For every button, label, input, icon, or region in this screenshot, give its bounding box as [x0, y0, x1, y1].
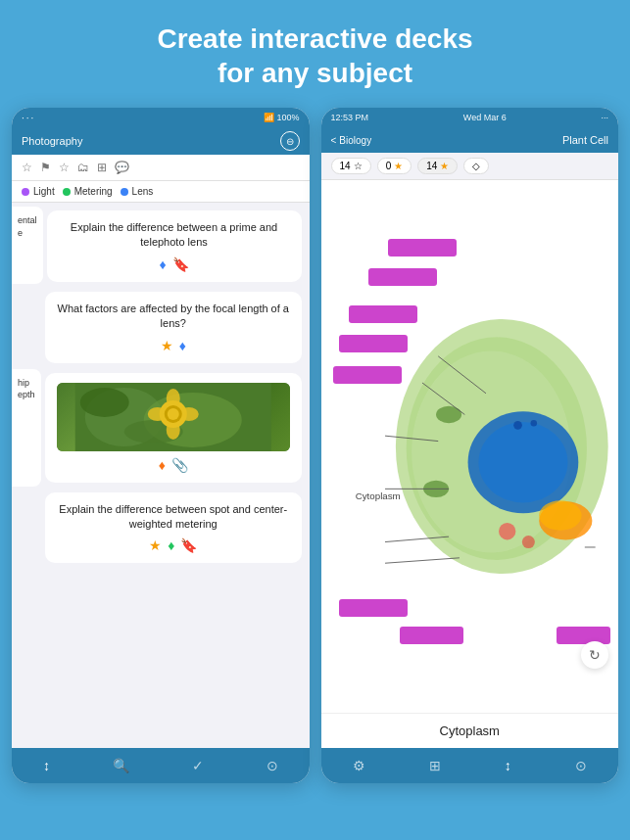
left-tab-bar: ↕ 🔍 ✓ ⊙: [12, 748, 310, 783]
right-tab-bar: ⚙ ⊞ ↕ ⊙: [321, 748, 619, 783]
score-star-empty-icon: ☆: [354, 161, 363, 171]
right-tab-sort[interactable]: ↕: [505, 758, 511, 773]
card-prime-lens[interactable]: Explain the difference between a prime a…: [47, 210, 302, 282]
cell-footer: Cytoplasm: [321, 713, 619, 748]
shuffle-icon: ↕: [43, 758, 50, 773]
left-tab-check[interactable]: ✓: [192, 758, 204, 773]
score-all-value: 14: [426, 161, 437, 171]
svg-point-23: [436, 406, 461, 423]
left-nav-circle-btn[interactable]: ⊖: [280, 131, 300, 151]
card-focal-length-text: What factors are affected by the focal l…: [57, 302, 290, 332]
card-metering-text: Explain the difference between spot and …: [57, 502, 290, 533]
svg-point-22: [521, 536, 534, 548]
right-tab-settings[interactable]: ⚙: [353, 758, 365, 773]
card-image-icons: ♦ 📎: [57, 457, 290, 473]
left-wifi-icon: 📶 100%: [264, 113, 300, 122]
left-tab-shuffle[interactable]: ↕: [43, 758, 50, 773]
left-signal-dots: ···: [22, 113, 35, 123]
card-paperclip-icon: 📎: [171, 457, 188, 473]
right-status-bar: 12:53 PM Wed Mar 6 ···: [321, 108, 619, 127]
right-back-btn[interactable]: < Biology: [331, 135, 372, 146]
card-green-diamond-icon: ♦: [168, 537, 174, 553]
svg-point-11: [168, 408, 179, 420]
card-bookmark2-icon: 🔖: [180, 537, 197, 553]
svg-text:Cytoplasm: Cytoplasm: [355, 490, 400, 501]
card-focal-length[interactable]: What factors are affected by the focal l…: [45, 292, 302, 363]
toolbar-chat-icon[interactable]: 💬: [115, 161, 129, 174]
tag-light-label: Light: [33, 186, 55, 197]
right-more-icon: ⊙: [575, 758, 587, 773]
card-image[interactable]: ♦ 📎: [45, 373, 302, 483]
card-focal-length-icons: ★ ♦: [57, 338, 290, 353]
svg-point-16: [478, 422, 567, 502]
tag-light-dot: [22, 188, 29, 196]
left-toolbar: ☆ ⚑ ☆ 🗂 ⊞ 💬: [12, 155, 310, 181]
left-nav-title: Photography: [22, 135, 82, 147]
score-all[interactable]: 14 ★: [417, 158, 458, 174]
label-box-4: [339, 335, 408, 352]
svg-point-3: [80, 388, 129, 417]
card-metering[interactable]: Explain the difference between spot and …: [45, 492, 302, 564]
tag-lens-label: Lens: [132, 186, 154, 197]
card-prime-lens-icons: ♦ 🔖: [59, 257, 290, 272]
label-box-3: [349, 305, 417, 323]
partial-card-2: hipepth: [12, 369, 41, 487]
right-nav-bar: < Biology Plant Cell: [321, 127, 619, 153]
refresh-button[interactable]: ↻: [581, 641, 608, 669]
search-icon: 🔍: [113, 758, 129, 773]
label-box-6: [339, 599, 408, 617]
card-bookmark-icon: 🔖: [172, 257, 189, 272]
check-icon: ✓: [192, 758, 204, 773]
svg-point-21: [499, 523, 515, 539]
label-box-5: [333, 366, 402, 384]
label-box-2: [368, 268, 437, 286]
right-date: Wed Mar 6: [463, 113, 507, 122]
toolbar-star-icon[interactable]: ☆: [22, 161, 32, 174]
tag-lens[interactable]: Lens: [121, 186, 154, 197]
score-bar: 14 ☆ 0 ★ 14 ★ ◇: [321, 153, 619, 180]
right-time: 12:53 PM: [331, 113, 369, 122]
score-star2-icon: ★: [440, 161, 449, 171]
cell-footer-text: Cytoplasm: [440, 723, 500, 738]
score-star-icon: ★: [394, 161, 403, 171]
tag-metering-label: Metering: [74, 186, 113, 197]
left-nav-bar: Photography ⊖: [12, 127, 310, 155]
score-diamond[interactable]: ◇: [463, 158, 489, 174]
right-back-label: Biology: [339, 135, 371, 146]
right-tab-more[interactable]: ⊙: [575, 758, 587, 773]
card-diamond2-icon: ♦: [179, 338, 186, 353]
score-zero-value: 0: [386, 161, 392, 171]
sort-icon: ↕: [505, 758, 511, 773]
partial-card-1: entale: [12, 207, 43, 284]
svg-line-28: [385, 558, 460, 563]
left-tab-more[interactable]: ⊙: [267, 758, 278, 773]
score-unrated[interactable]: 14 ☆: [331, 158, 371, 174]
toolbar-flag-icon[interactable]: ⚑: [40, 161, 51, 174]
filter-tags-bar: Light Metering Lens: [12, 181, 310, 203]
right-tab-grid[interactable]: ⊞: [429, 758, 441, 773]
svg-point-20: [539, 500, 581, 530]
label-box-8: [557, 627, 610, 644]
label-box-7: [400, 627, 463, 644]
tag-metering[interactable]: Metering: [63, 186, 113, 197]
card-star-icon: ★: [161, 338, 173, 353]
header-section: Create interactive decks for any subject: [0, 0, 630, 108]
header-title: Create interactive decks for any subject: [39, 22, 591, 90]
left-tab-search[interactable]: 🔍: [113, 758, 129, 773]
card-star2-icon: ★: [149, 537, 162, 553]
card-metering-icons: ★ ♦ 🔖: [57, 537, 290, 553]
devices-container: ··· 📶 100% Photography ⊖ ☆ ⚑ ☆ 🗂 ⊞ 💬 Lig…: [0, 108, 630, 813]
right-dots: ···: [601, 113, 608, 122]
left-status-bar: ··· 📶 100%: [12, 108, 310, 127]
back-chevron-icon: <: [331, 135, 337, 146]
card-prime-lens-text: Explain the difference between a prime a…: [59, 220, 290, 251]
label-box-1: [388, 239, 457, 257]
tag-light[interactable]: Light: [22, 186, 55, 197]
toolbar-grid-icon[interactable]: ⊞: [97, 161, 107, 174]
tag-metering-dot: [63, 188, 71, 196]
toolbar-card-icon[interactable]: 🗂: [77, 161, 89, 174]
left-device: ··· 📶 100% Photography ⊖ ☆ ⚑ ☆ 🗂 ⊞ 💬 Lig…: [12, 108, 310, 783]
toolbar-star2-icon[interactable]: ☆: [59, 161, 70, 174]
score-zero[interactable]: 0 ★: [377, 158, 412, 174]
card-flower-image: [57, 383, 290, 451]
